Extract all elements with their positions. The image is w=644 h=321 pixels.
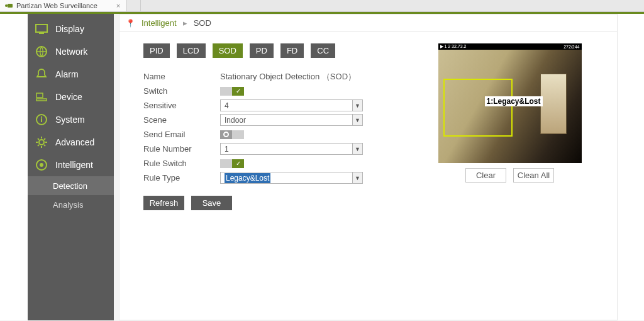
tab-sod[interactable]: SOD	[213, 43, 243, 58]
ruleswitch-label: Rule Switch	[143, 159, 220, 168]
sidebar-item-label: Display	[55, 24, 84, 34]
sendemail-toggle[interactable]	[220, 130, 244, 139]
field-rulenumber: Rule Number 1▼	[143, 142, 402, 156]
sidebar-item-label: Network	[55, 47, 87, 57]
scene-value: Indoor	[225, 116, 246, 125]
chevron-down-icon: ▼	[352, 100, 362, 111]
browser-tab-bar: Partizan Web Surveillance ×	[0, 0, 644, 12]
svg-rect-6	[41, 118, 42, 122]
field-ruletype: Rule Type Legacy&Lost▼	[143, 171, 402, 185]
tab-lcd[interactable]: LCD	[177, 43, 206, 58]
breadcrumb: 📍 Intelligent ▸ SOD	[119, 14, 617, 32]
field-sendemail: Send Email	[143, 127, 402, 142]
field-ruleswitch: Rule Switch ✓	[143, 156, 402, 171]
gutter-left	[0, 14, 28, 320]
sidebar-sub-label: Analysis	[53, 200, 83, 210]
sod-tab-row: PID LCD SOD PD FD CC	[143, 43, 402, 58]
preview-column: ▶ 1 2 32.73.2 272/244 1:Legacy&Lost Clea…	[402, 43, 617, 210]
svg-rect-4	[36, 99, 47, 101]
ruletype-value: Legacy&Lost	[225, 173, 270, 183]
field-sensitive: Sensitive 4▼	[143, 98, 402, 113]
ruletype-label: Rule Type	[143, 173, 220, 183]
tab-pd[interactable]: PD	[250, 43, 274, 58]
save-button[interactable]: Save	[191, 196, 232, 210]
svg-point-18	[40, 163, 43, 167]
rulenumber-label: Rule Number	[143, 144, 220, 154]
name-label: Name	[143, 72, 220, 81]
sensitive-value: 4	[225, 101, 229, 110]
scene-select[interactable]: Indoor▼	[220, 114, 363, 126]
svg-rect-3	[36, 93, 43, 98]
sidebar-item-advanced[interactable]: Advanced	[28, 131, 114, 154]
chevron-down-icon: ▼	[352, 144, 362, 154]
form-column: PID LCD SOD PD FD CC Name Stationary Obj…	[119, 43, 402, 210]
browser-tab[interactable]: Partizan Web Surveillance ×	[0, 0, 127, 11]
network-icon	[35, 45, 48, 58]
svg-line-15	[44, 138, 45, 140]
sidebar-item-alarm[interactable]: Alarm	[28, 63, 114, 86]
alarm-icon	[35, 68, 48, 81]
chevron-right-icon: ▸	[183, 18, 187, 28]
sidebar-item-label: Advanced	[55, 137, 94, 147]
switch-toggle[interactable]: ✓	[220, 87, 244, 96]
clear-button[interactable]: Clear	[465, 168, 506, 183]
svg-line-16	[38, 145, 39, 146]
rulenumber-select[interactable]: 1▼	[220, 143, 363, 155]
tab-title: Partizan Web Surveillance	[16, 2, 97, 9]
breadcrumb-root[interactable]: Intelligent	[142, 18, 177, 28]
svg-line-13	[38, 138, 39, 140]
svg-rect-1	[39, 33, 44, 34]
device-icon	[35, 91, 48, 103]
field-name: Name Stationary Object Detection （SOD）	[143, 69, 402, 84]
gutter-right	[618, 14, 644, 320]
sidebar-item-label: System	[55, 115, 85, 125]
scene-door	[540, 74, 567, 134]
advanced-icon	[35, 136, 48, 149]
tab-cc[interactable]: CC	[311, 43, 335, 58]
sensitive-select[interactable]: 4▼	[220, 99, 363, 111]
svg-rect-7	[41, 116, 42, 118]
sidebar-item-display[interactable]: Display	[28, 18, 114, 40]
switch-label: Switch	[143, 86, 220, 96]
intelligent-icon	[35, 159, 48, 171]
ruletype-select[interactable]: Legacy&Lost▼	[220, 172, 363, 184]
content-panel: 📍 Intelligent ▸ SOD PID LCD SOD PD FD CC…	[119, 14, 618, 320]
breadcrumb-current: SOD	[194, 18, 211, 28]
video-osd-bar: ▶ 1 2 32.73.2 272/244	[438, 43, 582, 50]
location-pin-icon: 📍	[126, 19, 135, 28]
sidebar-sub-analysis[interactable]: Analysis	[28, 195, 114, 214]
osd-right: 272/244	[564, 45, 579, 49]
content-gap	[114, 14, 119, 320]
tab-fd[interactable]: FD	[280, 43, 304, 58]
display-icon	[35, 23, 48, 35]
sensitive-label: Sensitive	[143, 101, 220, 110]
cleanall-button[interactable]: Clean All	[513, 168, 554, 183]
video-preview[interactable]: ▶ 1 2 32.73.2 272/244 1:Legacy&Lost	[438, 43, 582, 163]
field-scene: Scene Indoor▼	[143, 113, 402, 127]
sidebar-item-device[interactable]: Device	[28, 86, 114, 108]
sidebar-sub-detection[interactable]: Detection	[28, 176, 114, 195]
tab-pid[interactable]: PID	[143, 43, 170, 58]
osd-left: ▶ 1 2 32.73.2	[440, 44, 467, 49]
sidebar-item-label: Alarm	[55, 69, 79, 79]
tab-close-icon[interactable]: ×	[115, 2, 121, 9]
svg-rect-0	[36, 25, 47, 32]
name-value: Stationary Object Detection （SOD）	[220, 71, 356, 82]
refresh-button[interactable]: Refresh	[143, 196, 184, 210]
sidebar-item-intelligent[interactable]: Intelligent	[28, 154, 114, 176]
sidebar-item-system[interactable]: System	[28, 108, 114, 131]
sidebar-item-label: Intelligent	[55, 160, 93, 170]
new-tab-button[interactable]	[127, 0, 141, 11]
svg-line-14	[44, 145, 45, 146]
favicon-icon	[5, 3, 13, 8]
sidebar-item-network[interactable]: Network	[28, 40, 114, 63]
svg-point-8	[39, 140, 44, 145]
system-icon	[35, 113, 48, 126]
roi-rect[interactable]	[443, 79, 513, 137]
sidebar-sub-label: Detection	[53, 181, 87, 191]
sendemail-label: Send Email	[143, 130, 220, 139]
field-switch: Switch ✓	[143, 84, 402, 98]
ruleswitch-toggle[interactable]: ✓	[220, 159, 244, 168]
chevron-down-icon: ▼	[352, 115, 362, 125]
roi-label: 1:Legacy&Lost	[485, 96, 543, 106]
